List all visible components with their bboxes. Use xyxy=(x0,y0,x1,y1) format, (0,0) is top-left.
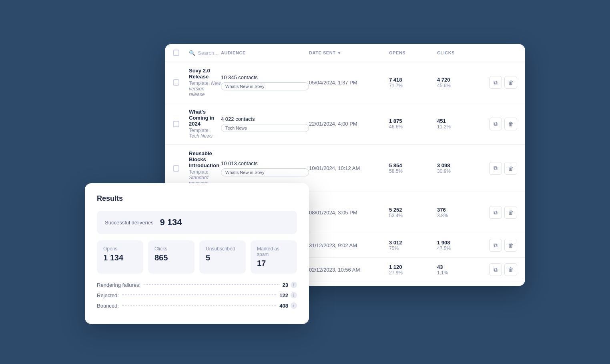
campaign-template: Template: Tech News xyxy=(189,128,221,139)
audience-cell: 10 345 contacts What's New in Sovy xyxy=(221,74,309,90)
deliveries-value: 9 134 xyxy=(160,217,182,228)
detail-rendering-failures: Rendering failures: 23 i xyxy=(97,282,297,288)
audience-cell: 10 013 contacts What's New in Sovy xyxy=(221,160,309,176)
deliveries-row: Successful deliveries 9 134 xyxy=(97,211,297,234)
search-placeholder: Search... xyxy=(198,50,219,56)
actions-cell: ⧉ 🗑 xyxy=(485,206,517,219)
detail-rendering-value: 23 xyxy=(283,282,288,288)
actions-cell: ⧉ 🗑 xyxy=(485,263,517,276)
detail-rendering-label: Rendering failures: xyxy=(97,282,140,288)
actions-cell: ⧉ 🗑 xyxy=(485,239,517,252)
delete-button[interactable]: 🗑 xyxy=(504,118,517,130)
delete-button[interactable]: 🗑 xyxy=(504,263,517,276)
clicks-cell: 1 908 47.5% xyxy=(437,240,485,251)
actions-cell: ⧉ 🗑 xyxy=(485,76,517,89)
delete-button[interactable]: 🗑 xyxy=(504,162,517,175)
copy-button[interactable]: ⧉ xyxy=(489,239,502,252)
col-clicks: CLICKS xyxy=(437,50,485,55)
delete-button[interactable]: 🗑 xyxy=(504,239,517,252)
copy-button[interactable]: ⧉ xyxy=(489,162,502,175)
deliveries-label: Successful deliveries xyxy=(105,220,153,226)
audience-cell: 4 022 contacts Tech News xyxy=(221,116,309,132)
row-checkbox[interactable] xyxy=(173,165,179,172)
contacts-count: 10 345 contacts xyxy=(221,74,309,80)
opens-cell: 1 120 27.9% xyxy=(389,264,437,276)
contacts-count: 4 022 contacts xyxy=(221,116,309,122)
date-cell: 22/01/2024, 4:00 PM xyxy=(309,121,389,127)
detail-rejected-label: Rejected: xyxy=(97,292,119,298)
info-icon[interactable]: i xyxy=(291,282,297,288)
col-opens: OPENS xyxy=(389,50,437,55)
campaign-name: Reusable Blocks Introduction xyxy=(189,150,221,168)
campaign-name: What's Coming in 2024 xyxy=(189,109,221,127)
tag: What's New in Sovy xyxy=(221,168,309,176)
copy-button[interactable]: ⧉ xyxy=(489,76,502,89)
copy-button[interactable]: ⧉ xyxy=(489,263,502,276)
detail-dots xyxy=(122,294,276,295)
info-icon[interactable]: i xyxy=(291,292,297,298)
opens-cell: 7 418 71.7% xyxy=(389,77,437,88)
detail-dots xyxy=(144,284,279,285)
date-cell: 31/12/2023, 9:02 AM xyxy=(309,242,389,248)
stat-clicks-value: 865 xyxy=(155,253,188,262)
select-all-checkbox[interactable] xyxy=(173,50,179,56)
stat-unsub-value: 5 xyxy=(206,253,239,262)
contacts-count: 10 013 contacts xyxy=(221,160,309,166)
clicks-cell: 451 11.2% xyxy=(437,118,485,130)
actions-cell: ⧉ 🗑 xyxy=(485,118,517,130)
detail-bounced-label: Bounced: xyxy=(97,303,119,309)
delete-button[interactable]: 🗑 xyxy=(504,76,517,89)
stat-opens-value: 1 134 xyxy=(103,253,137,262)
stat-spam-label: Marked as spam xyxy=(257,246,291,257)
results-stats-grid: Opens 1 134 Clicks 865 Unsubscribed 5 Ma… xyxy=(97,240,297,274)
table-header: 🔍 Search... AUDIENCE DATE SENT ▼ OPENS C… xyxy=(165,44,525,62)
stat-unsub-label: Unsubscribed xyxy=(206,246,239,252)
opens-cell: 3 012 75% xyxy=(389,240,437,251)
stat-unsubscribed: Unsubscribed 5 xyxy=(199,240,246,274)
stat-opens: Opens 1 134 xyxy=(97,240,143,274)
sort-icon: ▼ xyxy=(337,51,341,55)
search-icon: 🔍 xyxy=(189,50,195,56)
search-bar[interactable]: 🔍 Search... xyxy=(189,50,221,56)
copy-button[interactable]: ⧉ xyxy=(489,118,502,130)
date-cell: 02/12/2023, 10:56 AM xyxy=(309,267,389,273)
results-title: Results xyxy=(97,194,297,203)
campaign-template: Template: New version release xyxy=(189,80,221,97)
row-checkbox[interactable] xyxy=(173,79,179,86)
col-date-sent[interactable]: DATE SENT ▼ xyxy=(309,50,389,55)
row-checkbox[interactable] xyxy=(173,121,179,127)
delete-button[interactable]: 🗑 xyxy=(504,206,517,219)
detail-bounced-value: 408 xyxy=(279,303,288,309)
clicks-cell: 4 720 45.6% xyxy=(437,77,485,88)
opens-cell: 5 854 58.5% xyxy=(389,162,437,174)
col-audience: AUDIENCE xyxy=(221,50,309,55)
tag: What's New in Sovy xyxy=(221,82,309,90)
campaign-name: Sovy 2.0 Release xyxy=(189,68,221,80)
stat-spam-value: 17 xyxy=(257,259,291,268)
table-row: Sovy 2.0 Release Template: New version r… xyxy=(165,62,525,103)
date-cell: 05/04/2024, 1:37 PM xyxy=(309,80,389,86)
opens-cell: 1 875 46.6% xyxy=(389,118,437,130)
detail-dots xyxy=(122,305,276,306)
stat-clicks: Clicks 865 xyxy=(148,240,195,274)
info-icon[interactable]: i xyxy=(291,302,297,309)
copy-button[interactable]: ⧉ xyxy=(489,206,502,219)
opens-cell: 5 252 53.4% xyxy=(389,207,437,218)
detail-bounced: Bounced: 408 i xyxy=(97,302,297,309)
table-row: What's Coming in 2024 Template: Tech New… xyxy=(165,103,525,145)
clicks-cell: 376 3.8% xyxy=(437,207,485,218)
actions-cell: ⧉ 🗑 xyxy=(485,162,517,175)
date-cell: 10/01/2024, 10:12 AM xyxy=(309,165,389,171)
detail-rejected: Rejected: 122 i xyxy=(97,292,297,298)
stat-spam: Marked as spam 17 xyxy=(251,240,297,274)
stat-opens-label: Opens xyxy=(103,246,137,252)
tag: Tech News xyxy=(221,124,309,132)
clicks-cell: 3 098 30.9% xyxy=(437,162,485,174)
clicks-cell: 43 1.1% xyxy=(437,264,485,276)
date-cell: 08/01/2024, 3:05 PM xyxy=(309,210,389,216)
detail-rejected-value: 122 xyxy=(279,292,288,298)
stat-clicks-label: Clicks xyxy=(155,246,188,252)
results-card: Results Successful deliveries 9 134 Open… xyxy=(85,183,309,324)
